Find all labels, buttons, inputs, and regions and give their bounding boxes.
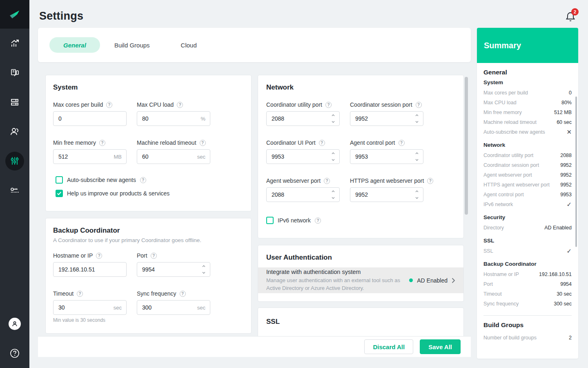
summary-heading-general: General — [483, 69, 572, 76]
summary-row-value: 2088 — [560, 153, 572, 158]
check-icon — [57, 191, 62, 195]
auto-subscribe-checkbox[interactable] — [56, 176, 63, 184]
summary-divider — [483, 315, 572, 316]
summary-body: General System Max cores per build0 Max … — [477, 63, 578, 359]
stepper-arrows[interactable] — [331, 114, 336, 123]
field-label: Min free memory — [53, 139, 96, 146]
max-cpu-input[interactable] — [137, 111, 210, 126]
sidebar-item-license[interactable] — [0, 176, 29, 205]
ssl-card: SSL — [258, 307, 464, 336]
brand-arrow-icon — [7, 6, 23, 22]
stepper-arrows[interactable] — [331, 152, 336, 162]
summary-row: Timeout30 sec — [483, 289, 572, 299]
help-icon[interactable]: ? — [96, 253, 102, 259]
stepper-arrows[interactable] — [414, 114, 419, 123]
sidebar-item-builds[interactable] — [0, 88, 29, 117]
save-all-button[interactable]: Save All — [420, 339, 461, 354]
agent-webserver-port-input[interactable] — [266, 187, 340, 202]
summary-scrollbar[interactable] — [575, 96, 577, 247]
field-label: Max CPU load — [137, 101, 174, 108]
help-icon[interactable]: ? — [325, 102, 332, 108]
hostname-field: Hostname or IP? — [53, 252, 127, 277]
help-icon[interactable]: ? — [200, 140, 206, 146]
summary-row: DirectoryAD Enabled — [483, 223, 572, 233]
summary-row-value: 60 sec — [557, 119, 572, 125]
agent-control-port-input[interactable] — [350, 149, 423, 164]
network-card: Network Coordinator utility port? Coordi… — [258, 75, 464, 238]
https-agent-webserver-port-input[interactable] — [350, 187, 423, 202]
field-label: Sync frequency — [137, 290, 176, 297]
status-dot — [409, 278, 413, 282]
stepper-arrows[interactable] — [331, 190, 336, 200]
sidebar-item-users[interactable] — [0, 117, 29, 146]
coordinator-session-port-field: Coordinator session port? — [350, 101, 423, 126]
main-scrollbar[interactable] — [465, 77, 468, 215]
summary-row-label: IPv6 network — [483, 202, 513, 207]
auth-integration-row[interactable]: Integrate with authentication system Man… — [258, 267, 463, 293]
summary-row-label: HTTPS agent webserver port — [483, 182, 550, 188]
notifications-button[interactable]: 2 — [565, 11, 578, 24]
sync-frequency-input[interactable] — [137, 300, 210, 315]
summary-row: Auto-subscribe new agents✕ — [483, 127, 572, 137]
app-logo[interactable] — [0, 0, 29, 29]
summary-group-backup: Backup Coordinator — [483, 261, 572, 267]
coordinator-utility-port-input[interactable] — [266, 111, 340, 126]
stepper-arrows[interactable] — [201, 265, 206, 274]
help-icon[interactable]: ? — [399, 140, 405, 146]
backup-port-input[interactable] — [137, 262, 210, 277]
help-icon[interactable]: ? — [77, 291, 83, 297]
min-memory-input[interactable] — [53, 149, 127, 164]
help-icon[interactable]: ? — [106, 102, 112, 108]
field-label: Hostname or IP — [53, 252, 93, 259]
field-label: Agent control port — [350, 139, 395, 146]
user-authentication-card: User Authentication Integrate with authe… — [258, 245, 464, 302]
ipv6-row: IPv6 network ? — [266, 217, 455, 224]
tab-general[interactable]: General — [49, 37, 100, 53]
ipv6-checkbox[interactable] — [266, 217, 274, 224]
help-icon[interactable]: ? — [140, 177, 146, 183]
coordinator-session-port-input[interactable] — [350, 111, 423, 126]
max-cores-input[interactable] — [53, 111, 127, 126]
reload-timeout-input[interactable] — [137, 149, 210, 164]
help-icon[interactable]: ? — [315, 218, 321, 224]
coordinator-ui-port-input[interactable] — [266, 149, 340, 164]
summary-row: Machine reload timeout60 sec — [483, 117, 572, 127]
key-icon — [5, 181, 24, 200]
field-label: Coordinator UI Port — [266, 139, 316, 146]
backup-card-subtitle: A Coordinator to use if your primary Coo… — [53, 237, 244, 243]
summary-row-value: 2 — [569, 335, 572, 341]
summary-row-label: Port — [483, 281, 493, 287]
help-icon[interactable]: ? — [319, 140, 325, 146]
discard-all-button[interactable]: Discard All — [364, 339, 413, 354]
stepper-arrows[interactable] — [414, 152, 419, 162]
help-icon[interactable]: ? — [151, 253, 157, 259]
summary-group-ssl: SSL — [483, 238, 572, 244]
summary-row: Max CPU load80% — [483, 98, 572, 108]
tab-cloud[interactable]: Cloud — [181, 42, 197, 49]
timeout-helper-text: Min value is 30 seconds — [53, 317, 127, 323]
agent-control-port-field: Agent control port? — [350, 139, 423, 164]
tab-build-groups[interactable]: Build Groups — [114, 42, 150, 49]
improve-products-checkbox[interactable] — [56, 190, 63, 197]
question-icon — [5, 344, 24, 363]
sidebar-item-help[interactable] — [0, 339, 29, 368]
summary-row-value: 9953 — [560, 192, 572, 197]
max-cores-field: Max cores per build? — [53, 101, 127, 126]
help-icon[interactable]: ? — [427, 178, 433, 184]
help-icon[interactable]: ? — [416, 102, 422, 108]
help-icon[interactable]: ? — [99, 140, 105, 146]
sidebar-item-settings[interactable] — [0, 146, 29, 176]
timeout-input[interactable] — [53, 300, 127, 315]
sidebar-item-agents[interactable] — [0, 58, 29, 88]
summary-title: Summary — [484, 41, 521, 50]
sidebar-item-account[interactable] — [0, 309, 29, 339]
help-icon[interactable]: ? — [180, 291, 186, 297]
help-icon[interactable]: ? — [177, 102, 183, 108]
stepper-arrows[interactable] — [414, 190, 419, 200]
help-icon[interactable]: ? — [324, 178, 330, 184]
summary-row-value: 0 — [569, 90, 572, 96]
hostname-input[interactable] — [53, 262, 127, 277]
devices-icon — [5, 63, 24, 82]
sidebar-item-dashboard[interactable] — [0, 29, 29, 58]
summary-row-label: Machine reload timeout — [483, 119, 537, 125]
